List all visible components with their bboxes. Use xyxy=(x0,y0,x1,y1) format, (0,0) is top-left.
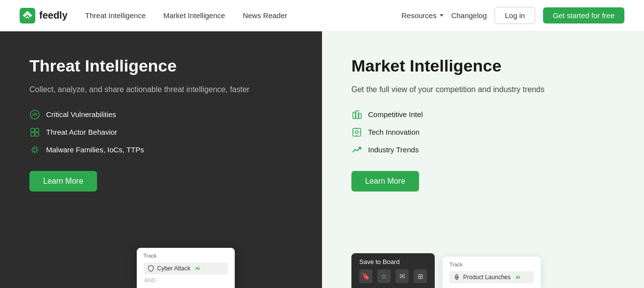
svg-point-6 xyxy=(33,148,37,152)
threat-intelligence-panel: Threat Intelligence Collect, analyze, an… xyxy=(0,31,322,288)
feature-tech-innovation: Tech Innovation xyxy=(351,127,615,138)
vulnerability-icon xyxy=(29,109,40,120)
get-started-button[interactable]: Get started for free xyxy=(543,7,624,24)
svg-rect-7 xyxy=(353,112,355,119)
threat-actor-icon xyxy=(29,127,40,138)
ai-badge-right: AI xyxy=(514,274,522,280)
track-card-right-title: Track xyxy=(449,262,534,267)
market-feature-list: Competitive Intel Tech Innovation Indust… xyxy=(351,109,615,155)
competitive-icon xyxy=(351,109,362,120)
logo-text: feedly xyxy=(39,10,68,21)
main-content: Threat Intelligence Collect, analyze, an… xyxy=(0,31,644,288)
market-intelligence-title: Market Intelligence xyxy=(351,56,615,76)
track-card-right: Track Product Launches AI xyxy=(443,257,541,288)
svg-rect-10 xyxy=(353,128,361,136)
threat-intelligence-desc: Collect, analyze, and share actionable t… xyxy=(29,84,293,96)
navbar: feedly Threat Intelligence Market Intell… xyxy=(0,0,644,31)
threat-preview-area: Track Cyber Attack AI AND xyxy=(49,224,322,288)
track-item-text-right: Product Launches xyxy=(463,274,511,281)
svg-point-11 xyxy=(355,131,358,134)
market-preview-area: Save to Board 🔖 ☆ ✉ ⊞ Track Product Laun… xyxy=(351,224,644,288)
feature-threat-actor: Threat Actor Behavior xyxy=(29,127,293,138)
save-board-title: Save to Board xyxy=(359,258,427,265)
navbar-right: Resources Changelog Log in Get started f… xyxy=(401,7,624,24)
trends-icon xyxy=(351,144,362,155)
grid-icon[interactable]: ⊞ xyxy=(414,269,427,283)
shield-icon xyxy=(148,265,154,272)
feature-competitive-intel: Competitive Intel xyxy=(351,109,615,120)
market-intelligence-desc: Get the full view of your competition an… xyxy=(351,84,615,96)
navbar-left: feedly Threat Intelligence Market Intell… xyxy=(20,8,287,24)
resources-button[interactable]: Resources xyxy=(401,11,444,20)
logo[interactable]: feedly xyxy=(20,8,68,24)
feedly-logo-icon xyxy=(20,8,35,24)
market-intelligence-panel: Market Intelligence Get the full view of… xyxy=(322,31,644,288)
nav-news-reader[interactable]: News Reader xyxy=(243,11,287,20)
resources-label: Resources xyxy=(401,11,437,20)
tech-icon xyxy=(351,127,362,138)
svg-rect-3 xyxy=(35,128,39,132)
save-to-board-card: Save to Board 🔖 ☆ ✉ ⊞ xyxy=(351,253,435,288)
feature-industry-trends: Industry Trends xyxy=(351,144,615,155)
svg-rect-9 xyxy=(359,114,361,119)
track-card-title: Track xyxy=(144,253,228,259)
feature-label: Tech Innovation xyxy=(368,128,420,136)
threat-feature-list: Critical Vulnerabilities Threat Actor Be… xyxy=(29,109,293,155)
track-card: Track Cyber Attack AI AND xyxy=(137,248,235,288)
rocket-icon xyxy=(453,274,460,281)
star-icon[interactable]: ☆ xyxy=(377,269,391,283)
svg-rect-4 xyxy=(31,133,34,136)
track-item-text: Cyber Attack xyxy=(157,265,191,272)
svg-rect-2 xyxy=(31,128,34,132)
feature-label: Industry Trends xyxy=(368,145,419,154)
feature-label: Malware Families, IoCs, TTPs xyxy=(46,145,144,154)
nav-market-intelligence[interactable]: Market Intelligence xyxy=(163,11,225,20)
feature-malware: Malware Families, IoCs, TTPs xyxy=(29,144,293,155)
chevron-down-icon xyxy=(440,14,444,17)
login-button[interactable]: Log in xyxy=(495,7,535,24)
track-card-item: Cyber Attack AI xyxy=(144,263,228,274)
changelog-link[interactable]: Changelog xyxy=(451,11,487,20)
feature-label: Critical Vulnerabilities xyxy=(46,110,116,119)
email-icon[interactable]: ✉ xyxy=(396,269,409,283)
ai-badge: AI xyxy=(194,265,202,271)
market-learn-more-button[interactable]: Learn More xyxy=(351,171,419,192)
svg-rect-0 xyxy=(20,8,35,24)
track-card-right-item: Product Launches AI xyxy=(449,271,534,283)
svg-point-12 xyxy=(456,277,458,278)
feature-critical-vulnerabilities: Critical Vulnerabilities xyxy=(29,109,293,120)
save-board-icons: 🔖 ☆ ✉ ⊞ xyxy=(359,269,427,283)
threat-learn-more-button[interactable]: Learn More xyxy=(29,171,97,192)
bookmark-icon[interactable]: 🔖 xyxy=(359,269,372,283)
threat-intelligence-title: Threat Intelligence xyxy=(29,56,293,76)
malware-icon xyxy=(29,144,40,155)
feature-label: Competitive Intel xyxy=(368,110,423,119)
svg-rect-8 xyxy=(356,111,358,119)
and-text: AND xyxy=(144,277,228,283)
feature-label: Threat Actor Behavior xyxy=(46,128,117,136)
svg-rect-5 xyxy=(35,133,39,136)
nav-threat-intelligence[interactable]: Threat Intelligence xyxy=(85,11,146,20)
